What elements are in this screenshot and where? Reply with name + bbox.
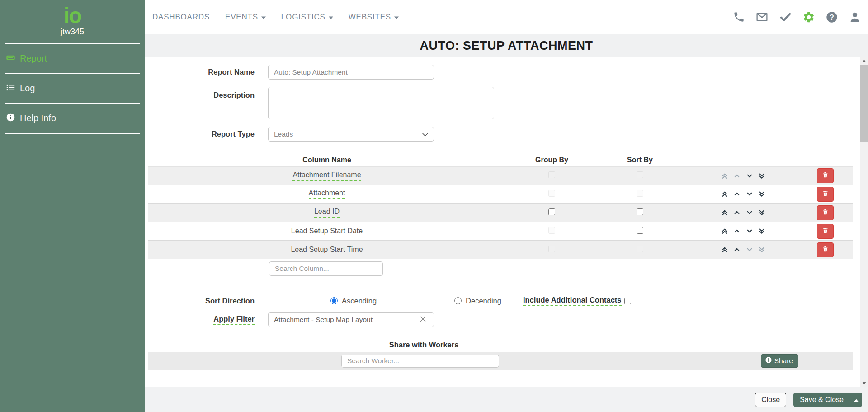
save-close-dropdown-toggle[interactable] (850, 393, 862, 407)
check-icon[interactable] (779, 10, 792, 24)
table-row: Lead ID (148, 204, 853, 222)
move-top-icon (722, 173, 728, 179)
share-button[interactable]: Share (761, 354, 798, 368)
sort-direction-label: Sort Direction (145, 297, 255, 305)
sidebar-item-help-info[interactable]: i Help Info (0, 104, 145, 133)
move-down-icon (746, 246, 753, 253)
chevron-down-icon (394, 13, 399, 22)
group-by-checkbox (548, 246, 555, 252)
move-up-icon[interactable] (734, 228, 740, 234)
report-type-select[interactable]: Leads (268, 127, 434, 142)
logo-username: jtw345 (0, 27, 145, 37)
title-bar: AUTO: SETUP ATTACHMENT (145, 34, 868, 57)
sidebar-item-label: Log (20, 83, 35, 94)
chevron-down-icon (261, 13, 266, 22)
help-icon[interactable]: ? (826, 11, 838, 24)
delete-column-button[interactable] (817, 187, 834, 202)
vertical-scrollbar (860, 57, 868, 387)
svg-text:i: i (10, 114, 12, 121)
move-up-icon (734, 173, 740, 179)
trash-icon (822, 227, 829, 236)
move-top-icon[interactable] (722, 191, 728, 197)
nav-link-logistics[interactable]: LOGISTICS (281, 13, 333, 22)
ascending-radio[interactable] (330, 297, 338, 304)
save-close-button[interactable]: Save & Close (793, 393, 850, 407)
trash-icon (822, 208, 829, 217)
sort-by-checkbox (637, 246, 643, 252)
move-down-icon[interactable] (746, 173, 753, 179)
include-additional-contacts-label[interactable]: Include Additional Contacts (523, 296, 622, 306)
group-by-checkbox[interactable] (548, 208, 555, 215)
columns-table: Column Name Group By Sort By Attachment … (148, 154, 853, 259)
report-name-input[interactable] (268, 65, 434, 80)
move-top-icon[interactable] (722, 246, 728, 253)
nav-link-websites[interactable]: WEBSITES (349, 13, 399, 22)
chevron-down-icon (329, 13, 333, 22)
mail-icon[interactable] (755, 10, 769, 24)
apply-filter-input[interactable] (268, 312, 434, 327)
sidebar-divider (5, 133, 140, 134)
move-up-icon[interactable] (734, 209, 740, 216)
scrollbar-thumb[interactable] (860, 65, 868, 142)
group-by-checkbox (548, 190, 555, 197)
move-top-icon[interactable] (722, 228, 728, 234)
move-down-icon[interactable] (746, 191, 753, 197)
description-label: Description (145, 87, 255, 99)
nav-link-dashboards[interactable]: DASHBOARDS (152, 13, 210, 22)
user-icon[interactable] (849, 11, 861, 24)
delete-column-button[interactable] (817, 242, 834, 257)
include-additional-contacts-checkbox[interactable] (624, 298, 631, 304)
ascending-label: Ascending (342, 297, 377, 305)
sort-direction-row: Sort Direction Ascending Decending Inclu… (145, 296, 868, 306)
svg-text:?: ? (830, 13, 834, 21)
footer-bar: Close Save & Close (145, 387, 868, 412)
scroll-up-arrow[interactable] (860, 57, 868, 65)
move-bottom-icon[interactable] (759, 228, 765, 234)
apply-filter-label[interactable]: Apply Filter (213, 315, 255, 325)
save-close-split-button: Save & Close (793, 393, 862, 407)
move-up-icon[interactable] (734, 191, 740, 197)
report-type-selected-value: Leads (274, 130, 422, 138)
sidebar-item-log[interactable]: Log (0, 74, 145, 103)
delete-column-button[interactable] (817, 168, 834, 183)
column-name-header: Column Name (148, 156, 505, 164)
report-type-label: Report Type (145, 130, 255, 138)
clear-filter-icon[interactable] (420, 316, 426, 322)
report-name-label: Report Name (145, 68, 255, 76)
sort-by-checkbox[interactable] (637, 227, 643, 234)
logo-text: io (0, 5, 145, 27)
scroll-down-arrow[interactable] (860, 379, 868, 387)
app-window: io jtw345 Report Log i Help Info (0, 0, 868, 412)
descending-radio[interactable] (454, 297, 462, 304)
move-up-icon[interactable] (734, 246, 740, 253)
search-worker-input[interactable] (341, 355, 499, 368)
gear-icon[interactable] (802, 11, 815, 24)
move-bottom-icon[interactable] (759, 191, 765, 197)
sort-by-checkbox (637, 190, 643, 197)
search-column-input[interactable] (269, 261, 383, 276)
delete-column-button[interactable] (817, 205, 834, 220)
delete-column-button[interactable] (817, 224, 834, 239)
move-top-icon[interactable] (722, 209, 728, 216)
description-textarea[interactable] (268, 87, 494, 119)
close-button[interactable]: Close (755, 393, 786, 407)
apply-filter-row: Apply Filter (145, 312, 868, 327)
chevron-down-icon (422, 130, 428, 138)
phone-icon[interactable] (733, 11, 745, 23)
sidebar-item-report[interactable]: Report (0, 44, 145, 73)
group-by-checkbox (548, 171, 555, 178)
descending-label: Decending (466, 297, 501, 305)
move-down-icon[interactable] (746, 209, 753, 216)
sort-by-checkbox[interactable] (637, 208, 643, 215)
move-bottom-icon[interactable] (759, 209, 765, 216)
report-editor-panel: Report Name Description Report Type Lead… (145, 57, 868, 387)
column-name-cell: Lead ID (314, 208, 340, 218)
sidebar-item-label: Report (20, 53, 47, 64)
list-icon (6, 83, 15, 95)
nav-link-events[interactable]: EVENTS (225, 13, 266, 22)
table-row: Lead Setup Start Date (148, 222, 853, 241)
logo: io jtw345 (0, 0, 145, 43)
trash-icon (822, 246, 829, 254)
move-bottom-icon[interactable] (759, 173, 765, 179)
move-down-icon[interactable] (746, 228, 753, 234)
